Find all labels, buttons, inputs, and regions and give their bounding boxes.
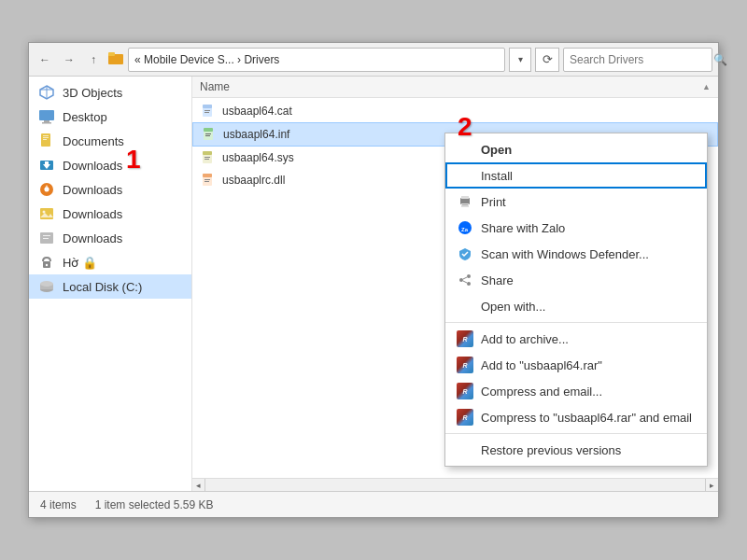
sidebar-item-local-disk[interactable]: Local Disk (C:)	[29, 274, 191, 299]
svg-rect-32	[204, 112, 209, 113]
sidebar-item-downloads-3[interactable]: Downloads	[29, 202, 191, 226]
chevron-down-icon: ▾	[518, 54, 523, 64]
context-menu-share-zalo[interactable]: Za Share with Zalo	[445, 215, 707, 241]
refresh-button[interactable]: ⟳	[535, 48, 559, 72]
desktop-icon	[38, 108, 55, 125]
context-menu-print[interactable]: Print	[445, 189, 707, 215]
svg-rect-10	[43, 137, 49, 138]
svg-point-51	[467, 274, 471, 278]
ho-icon	[38, 254, 55, 271]
sidebar-item-desktop[interactable]: Desktop	[29, 105, 191, 129]
forward-button[interactable]: →	[59, 49, 79, 70]
svg-rect-31	[204, 110, 210, 111]
file-explorer-window: ← → ↑ « Mobile Device S... › Drivers ▾ ⟳…	[28, 42, 719, 518]
context-menu-compress-email-label: Compress and email...	[481, 385, 692, 399]
breadcrumb-text: « Mobile Device S... › Drivers	[134, 53, 279, 66]
context-menu-restore-label: Restore previous versions	[481, 443, 692, 457]
file-name-usbaapl64-cat: usbaapl64.cat	[222, 105, 292, 118]
column-name-header: Name	[200, 80, 698, 93]
context-menu-add-rar[interactable]: R Add to "usbaapl64.rar"	[445, 352, 707, 378]
downloads-music-icon	[38, 181, 55, 198]
sidebar-item-3d-objects-label: 3D Objects	[63, 86, 122, 100]
item-count: 4 items	[40, 498, 77, 511]
sidebar-item-downloads-1-label: Downloads	[63, 159, 122, 173]
back-button[interactable]: ←	[35, 49, 55, 70]
svg-rect-36	[205, 135, 210, 136]
up-button[interactable]: ↑	[83, 49, 104, 70]
documents-icon	[38, 133, 55, 149]
context-menu-compress-email[interactable]: R Compress and email...	[445, 378, 707, 404]
context-menu-add-archive[interactable]: R Add to archive...	[445, 326, 707, 352]
main-content: 3D Objects Desktop	[29, 77, 718, 491]
context-menu-compress-rar-email-label: Compress to "usbaapl64.rar" and email	[481, 411, 692, 425]
context-menu-open[interactable]: Open	[445, 136, 707, 162]
svg-rect-11	[43, 139, 47, 140]
sort-indicator: ▲	[702, 82, 711, 91]
context-menu-print-label: Print	[481, 195, 692, 209]
svg-rect-1	[108, 52, 115, 56]
address-bar: ← → ↑ « Mobile Device S... › Drivers ▾ ⟳…	[29, 43, 718, 77]
file-name-usbaapl64-inf: usbaapl64.inf	[223, 128, 289, 141]
rar-add-archive-icon: R	[457, 330, 473, 347]
rar-add-icon: R	[457, 357, 473, 373]
context-menu-restore[interactable]: Restore previous versions	[445, 437, 707, 463]
context-menu-scan[interactable]: Scan with Windows Defender...	[445, 241, 707, 267]
file-icon-inf	[201, 126, 218, 143]
sidebar-item-local-disk-label: Local Disk (C:)	[63, 280, 142, 294]
svg-line-55	[463, 281, 467, 283]
file-name-usbaaplrc-dll: usbaaplrc.dll	[222, 174, 285, 187]
context-menu-open-label: Open	[481, 143, 692, 157]
search-bar: 🔍	[563, 48, 712, 72]
sidebar-item-downloads-2[interactable]: Downloads	[29, 177, 191, 202]
svg-text:Za: Za	[461, 227, 469, 232]
scroll-right-button[interactable]: ▸	[705, 479, 718, 492]
file-icon-sys	[200, 149, 217, 166]
context-menu-add-rar-label: Add to "usbaapl64.rar"	[481, 358, 692, 372]
context-menu-compress-rar-email[interactable]: R Compress to "usbaapl64.rar" and email	[445, 404, 707, 430]
horizontal-scrollbar: ◂ ▸	[192, 478, 718, 491]
svg-rect-23	[43, 238, 49, 239]
sidebar-item-downloads-1[interactable]: Downloads	[29, 153, 191, 177]
sidebar-item-ho[interactable]: Hờ 🔒	[29, 250, 191, 274]
context-menu-open-with[interactable]: Open with...	[445, 293, 707, 319]
sidebar-item-ho-label: Hờ 🔒	[63, 256, 97, 270]
svg-rect-35	[205, 133, 211, 134]
svg-rect-48	[461, 196, 469, 199]
svg-rect-6	[44, 120, 49, 122]
svg-point-25	[46, 264, 48, 266]
context-menu-open-with-label: Open with...	[481, 300, 692, 314]
sidebar-item-downloads-4[interactable]: Downloads	[29, 226, 191, 250]
svg-rect-43	[204, 179, 210, 180]
share-icon	[457, 272, 473, 288]
context-menu: Open Install Print	[444, 133, 708, 467]
file-list-header: Name ▲	[192, 77, 718, 98]
sidebar-item-3d-objects[interactable]: 3D Objects	[29, 80, 191, 105]
sidebar: 3D Objects Desktop	[29, 77, 192, 491]
downloads-blue-icon	[38, 157, 55, 174]
shield-icon	[457, 245, 473, 262]
rar-compress-email-icon: R	[457, 383, 473, 399]
restore-icon	[457, 441, 473, 458]
svg-point-53	[467, 282, 471, 286]
search-input[interactable]	[570, 53, 710, 66]
svg-rect-9	[43, 135, 49, 136]
svg-rect-40	[204, 159, 209, 160]
cube-icon	[38, 84, 55, 101]
context-menu-separator-2	[445, 433, 707, 434]
file-item-usbaapl64-cat[interactable]: usbaapl64.cat	[192, 100, 718, 122]
svg-rect-14	[45, 161, 49, 165]
breadcrumb-bar[interactable]: « Mobile Device S... › Drivers	[128, 48, 505, 72]
scroll-left-button[interactable]: ◂	[192, 479, 205, 492]
context-menu-share[interactable]: Share	[445, 267, 707, 293]
status-bar: 4 items 1 item selected 5.59 KB	[29, 491, 718, 517]
print-icon	[457, 193, 473, 210]
context-menu-add-archive-label: Add to archive...	[481, 332, 692, 346]
file-icon-dll	[200, 172, 217, 189]
context-menu-install[interactable]: Install	[445, 162, 707, 189]
svg-rect-5	[39, 110, 54, 120]
file-icon-cat	[200, 103, 217, 119]
sidebar-item-documents[interactable]: Documents	[29, 129, 191, 153]
address-dropdown[interactable]: ▾	[509, 48, 531, 72]
sidebar-item-downloads-2-label: Downloads	[63, 183, 122, 197]
svg-rect-39	[204, 157, 210, 158]
